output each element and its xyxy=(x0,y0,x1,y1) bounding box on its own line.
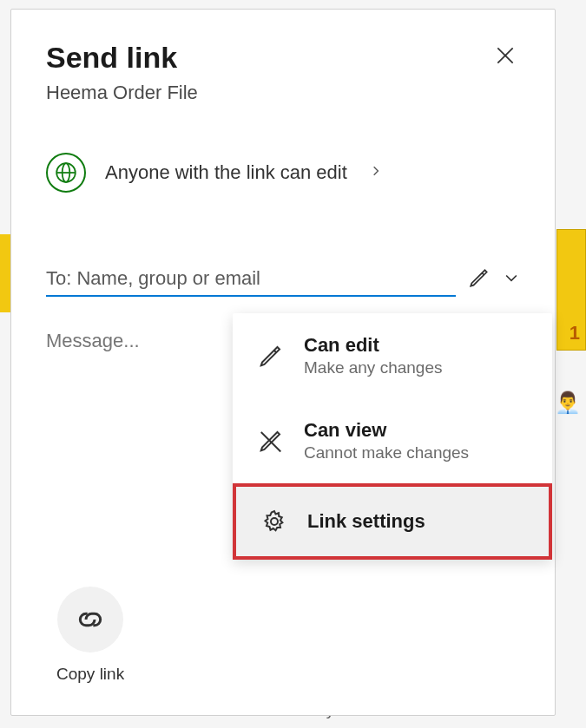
link-scope-text: Anyone with the link can edit xyxy=(105,161,347,184)
send-link-dialog: Send link Heema Order File Anyone with t… xyxy=(10,9,556,716)
dialog-header: Send link Heema Order File xyxy=(46,41,520,104)
dialog-subtitle: Heema Order File xyxy=(46,82,198,104)
permission-dropdown-toggle[interactable] xyxy=(503,269,520,290)
gear-icon xyxy=(261,508,287,535)
svg-line-6 xyxy=(274,351,277,353)
dropdown-item-subtitle: Make any changes xyxy=(304,358,443,377)
copy-link-section: Copy link xyxy=(56,587,124,684)
dropdown-item-subtitle: Cannot make changes xyxy=(304,443,469,462)
close-icon xyxy=(494,44,517,67)
background-accent-right: 1 xyxy=(556,229,586,351)
close-button[interactable] xyxy=(491,41,520,74)
to-row xyxy=(46,262,520,297)
svg-line-5 xyxy=(482,273,484,275)
chevron-right-icon xyxy=(370,165,382,180)
permission-dropdown: Can edit Make any changes Can view Canno… xyxy=(233,313,552,560)
background-avatar: 👨‍💼 xyxy=(555,390,581,415)
dropdown-item-title: Can view xyxy=(304,419,469,442)
globe-badge xyxy=(46,153,86,193)
dropdown-item-title: Link settings xyxy=(307,510,425,533)
copy-link-label: Copy link xyxy=(56,665,124,684)
pencil-icon xyxy=(468,266,491,289)
to-input[interactable] xyxy=(46,262,456,297)
chevron-down-icon xyxy=(503,269,520,286)
globe-icon xyxy=(55,161,77,184)
dropdown-item-title: Can edit xyxy=(304,334,443,357)
link-scope-row[interactable]: Anyone with the link can edit xyxy=(46,153,520,193)
pencil-slash-icon xyxy=(258,428,284,454)
dropdown-item-can-view[interactable]: Can view Cannot make changes xyxy=(233,398,552,483)
background-badge: 1 xyxy=(570,322,580,344)
link-icon xyxy=(73,602,108,637)
pencil-icon xyxy=(258,343,284,369)
background-accent-left xyxy=(0,234,10,312)
dropdown-item-can-edit[interactable]: Can edit Make any changes xyxy=(233,313,552,398)
copy-link-button[interactable] xyxy=(57,587,123,653)
svg-point-8 xyxy=(271,518,278,525)
dropdown-item-link-settings[interactable]: Link settings xyxy=(233,483,552,560)
dialog-title: Send link xyxy=(46,41,198,75)
edit-permission-button[interactable] xyxy=(468,266,491,292)
